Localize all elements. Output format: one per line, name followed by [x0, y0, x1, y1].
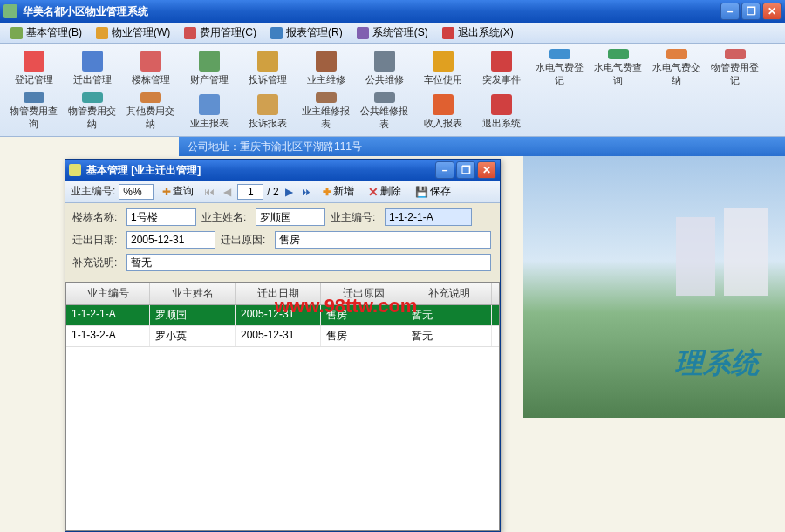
tool-label: 物管费用查询	[7, 105, 60, 131]
toolbar-button[interactable]: 水电气费查询	[590, 47, 646, 89]
search-button[interactable]: ✚查询	[157, 182, 199, 201]
tool-icon	[24, 92, 44, 103]
reason-label: 迁出原因:	[221, 233, 270, 248]
tool-label: 其他费用交纳	[124, 105, 177, 131]
table-cell: 罗小英	[150, 326, 236, 346]
column-header[interactable]: 业主编号	[66, 283, 150, 304]
toolbar-button[interactable]: 业主报表	[181, 91, 237, 133]
table-row[interactable]: 1-1-2-1-A罗顺国2005-12-31售房暂无	[66, 305, 499, 326]
next-page-button[interactable]: ▶	[283, 185, 297, 199]
prev-page-button[interactable]: ◀	[220, 185, 234, 199]
tool-label: 物管费用交纳	[65, 105, 119, 131]
page-input[interactable]	[237, 184, 263, 200]
column-header[interactable]: 业主姓名	[150, 283, 236, 304]
last-page-button[interactable]: ⏭	[300, 185, 314, 199]
toolbar-button[interactable]: 水电气费登记	[531, 47, 588, 89]
tool-label: 投诉报表	[249, 117, 287, 130]
tool-icon	[316, 51, 337, 72]
tool-label: 水电气费交纳	[650, 61, 703, 87]
table-cell: 1-1-3-2-A	[66, 326, 150, 346]
save-button[interactable]: 💾保存	[410, 182, 456, 201]
toolbar-button[interactable]: 突发事件	[473, 47, 529, 89]
building-select[interactable]: 1号楼	[126, 208, 196, 226]
menu-label: 报表管理(R)	[286, 25, 343, 40]
tool-icon	[666, 49, 687, 59]
toolbar-button[interactable]: 投诉管理	[239, 47, 296, 89]
window-buttons: – ❐ ✕	[720, 3, 782, 20]
toolbar-button[interactable]: 物管费用查询	[5, 91, 62, 133]
tool-icon	[82, 51, 103, 72]
toolbar-button[interactable]: 收入报表	[414, 91, 471, 133]
sub-window-icon	[69, 164, 81, 176]
tool-icon	[82, 92, 103, 103]
date-select[interactable]: 2005-12-31	[126, 231, 215, 249]
tool-label: 迁出管理	[73, 73, 112, 86]
menu-item[interactable]: 报表管理(R)	[265, 24, 348, 42]
bg-text: 理系统	[675, 344, 759, 383]
background-image: 理系统	[523, 156, 785, 418]
menu-label: 物业管理(W)	[112, 25, 170, 40]
tool-label: 楼栋管理	[132, 73, 170, 86]
menu-icon	[96, 27, 108, 39]
menu-item[interactable]: 基本管理(B)	[5, 24, 87, 42]
menu-item[interactable]: 费用管理(C)	[179, 24, 262, 42]
toolbar-button[interactable]: 财产管理	[181, 47, 237, 89]
menu-label: 系统管理(S)	[372, 25, 428, 40]
data-grid: 业主编号业主姓名迁出日期迁出原因补充说明 1-1-2-1-A罗顺国2005-12…	[65, 282, 500, 531]
table-row[interactable]: 1-1-3-2-A罗小英2005-12-31售房暂无	[66, 326, 499, 347]
tool-label: 车位使用	[424, 73, 462, 86]
toolbar-button[interactable]: 公共维修报表	[356, 91, 413, 133]
toolbar-button[interactable]: 退出系统	[473, 91, 529, 133]
add-button[interactable]: ✚新增	[317, 182, 359, 201]
first-page-button[interactable]: ⏮	[202, 185, 216, 199]
menu-item[interactable]: 系统管理(S)	[352, 24, 433, 42]
toolbar-button[interactable]: 水电气费交纳	[648, 47, 705, 89]
sub-titlebar: 基本管理 [业主迁出管理] – ❐ ✕	[65, 160, 500, 181]
tool-label: 业主维修报表	[299, 105, 352, 131]
tool-label: 登记管理	[15, 73, 53, 86]
sub-close-button[interactable]: ✕	[477, 161, 496, 179]
toolbar-button[interactable]: 车位使用	[414, 47, 471, 89]
workspace: 公司地址：重庆市渝北区平湖路111号 理系统 基本管理 [业主迁出管理] – ❐…	[0, 137, 785, 532]
tool-label: 收入报表	[424, 117, 462, 130]
menu-item[interactable]: 退出系统(X)	[437, 24, 519, 42]
delete-button[interactable]: ✕删除	[363, 182, 406, 201]
note-input[interactable]	[126, 254, 491, 271]
reason-input[interactable]	[275, 231, 491, 249]
maximize-button[interactable]: ❐	[741, 3, 761, 20]
minimize-button[interactable]: –	[720, 3, 740, 20]
close-button[interactable]: ✕	[762, 3, 782, 20]
menu-item[interactable]: 物业管理(W)	[91, 24, 175, 42]
tool-icon	[199, 94, 220, 115]
toolbar-button[interactable]: 公共维修	[356, 47, 413, 89]
tool-label: 水电气费登记	[533, 61, 586, 87]
tool-label: 业主报表	[190, 117, 229, 130]
menu-label: 退出系统(X)	[458, 25, 514, 40]
tool-icon	[550, 49, 570, 59]
sub-maximize-button[interactable]: ❐	[456, 161, 475, 179]
table-cell: 售房	[321, 305, 406, 325]
owner-id-input[interactable]	[385, 208, 472, 226]
toolbar-button[interactable]: 其他费用交纳	[122, 91, 179, 133]
toolbar-button[interactable]: 物管费用登记	[706, 47, 763, 89]
menu-label: 基本管理(B)	[26, 25, 82, 40]
form-area: www.98ttw.com 楼栋名称: 1号楼 业主姓名: 罗顺国 业主编号: …	[65, 203, 500, 282]
search-input[interactable]	[119, 184, 154, 200]
table-cell: 2005-12-31	[236, 305, 321, 325]
toolbar-button[interactable]: 登记管理	[5, 47, 62, 89]
sub-minimize-button[interactable]: –	[435, 161, 454, 179]
menu-icon	[357, 27, 369, 39]
column-header[interactable]: 迁出日期	[236, 283, 321, 304]
tool-icon	[491, 51, 512, 72]
toolbar-button[interactable]: 物管费用交纳	[64, 91, 120, 133]
toolbar-button[interactable]: 业主维修	[297, 47, 354, 89]
column-header[interactable]: 迁出原因	[321, 283, 406, 304]
toolbar-button[interactable]: 业主维修报表	[297, 91, 354, 133]
toolbar-button[interactable]: 迁出管理	[64, 47, 120, 89]
tool-icon	[199, 51, 220, 72]
toolbar-button[interactable]: 投诉报表	[239, 91, 296, 133]
tool-icon	[257, 94, 278, 115]
owner-name-select[interactable]: 罗顺国	[256, 208, 325, 226]
column-header[interactable]: 补充说明	[406, 283, 492, 304]
toolbar-button[interactable]: 楼栋管理	[122, 47, 179, 89]
